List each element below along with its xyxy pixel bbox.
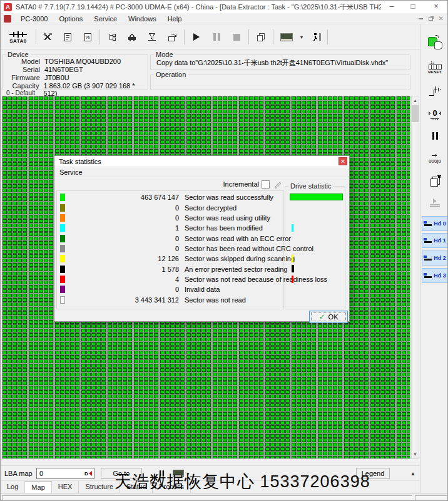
main-toolbar: SATA0 % (1, 24, 420, 49)
sata-port-label: SATA0 (9, 38, 27, 44)
ok-button[interactable]: ✓ OK (309, 311, 348, 323)
stat-label: Sector was read using utility (185, 214, 270, 222)
edit-button[interactable] (272, 179, 283, 189)
mdi-close-icon[interactable]: ✕ (439, 16, 444, 22)
zero-counter-icon: 0 (427, 106, 443, 121)
start-button[interactable] (187, 28, 206, 46)
menu-help[interactable]: Help (162, 13, 188, 24)
collapse-button[interactable]: ▲ (407, 468, 419, 479)
right-sidebar: 1↓ RESET 0 000|0 Hd 0 Hd 1 (420, 24, 448, 493)
device-field-label: Firmware (3, 74, 40, 81)
dialog-close-icon[interactable]: ✕ (339, 157, 347, 165)
stat-row: 0Sector was read using utility (57, 213, 283, 223)
incremental-checkbox[interactable] (262, 180, 270, 189)
device-tree-button[interactable] (103, 28, 121, 46)
head-1-button[interactable]: Hd 1 (422, 233, 448, 248)
head-0-button[interactable]: Hd 0 (422, 216, 448, 231)
clear-map-button[interactable] (420, 172, 448, 191)
power-button[interactable] (420, 82, 448, 100)
power-circuit-icon (428, 84, 442, 98)
menu-pc3000[interactable]: PC-3000 (15, 13, 53, 24)
tab-map[interactable]: Map (25, 481, 51, 493)
stop-icon (233, 34, 240, 41)
lba-input[interactable]: 0 D (36, 468, 94, 479)
scroll-up-icon[interactable]: ▲ (412, 96, 419, 105)
copy-data-button[interactable] (420, 33, 448, 52)
head-2-button[interactable]: Hd 2 (422, 250, 448, 266)
pause-task-button[interactable] (420, 128, 448, 143)
sata-port-button[interactable]: SATA0 (4, 28, 33, 46)
save-task-button[interactable] (163, 28, 181, 46)
minimize-button[interactable]: – (381, 1, 402, 13)
tab-log[interactable]: Log (1, 481, 25, 493)
zero-position-button[interactable]: 0 (420, 105, 448, 123)
device-panel: Device Model TOSHIBA MQ04UBD200 Serial 4… (2, 54, 148, 90)
stat-row: 0Sector has been read without CRC contro… (57, 244, 283, 254)
menu-service[interactable]: Service (88, 13, 123, 24)
stat-label: Sector was read with an ECC error (185, 235, 291, 242)
stat-row: 3 443 341 312Sector was not read (57, 294, 283, 304)
device-field-value: JT0B0U (44, 74, 69, 81)
drive-passport-button[interactable] (58, 28, 77, 46)
mdi-minimize-icon[interactable] (419, 18, 423, 19)
task-statistics-button[interactable]: % (78, 28, 97, 46)
pause-button[interactable] (207, 28, 226, 46)
mdi-restore-icon[interactable] (429, 17, 433, 21)
copy-icon (256, 32, 266, 42)
menu-windows[interactable]: Windows (123, 13, 162, 24)
stat-value: 0 (65, 286, 179, 293)
stat-row: 4Sector was not read because of readines… (57, 274, 283, 284)
reset-label: RESET (428, 70, 442, 74)
pause-icon (432, 132, 438, 140)
stat-color-swatch (60, 204, 65, 212)
stat-color-swatch (60, 235, 65, 242)
head-3-button[interactable]: Hd 3 (422, 268, 448, 283)
stat-row: 1Sector has been modified (57, 223, 283, 233)
stat-color-swatch (60, 245, 65, 252)
operation-group-label: Operation (154, 71, 188, 78)
stat-value: 1 (65, 224, 179, 232)
drive-bar (292, 265, 294, 272)
stat-label: An error prevented sector reading (185, 266, 287, 273)
stat-label: Sector has been modified (185, 224, 263, 232)
stat-color-swatch (60, 296, 65, 304)
map-scrollbar[interactable]: ▲ ▼ (411, 96, 419, 459)
watermark-text: 天浩数据恢复中心 15337206398 (115, 470, 370, 493)
stat-color-swatch (60, 266, 65, 273)
scroll-thumb[interactable] (412, 105, 419, 122)
close-button[interactable]: × (424, 1, 448, 13)
tab-hex[interactable]: HEX (52, 481, 79, 493)
menu-options[interactable]: Options (53, 13, 88, 24)
stat-row: 463 674 147Sector was read successfully (57, 192, 283, 202)
lba-format-toggle[interactable]: D (83, 469, 93, 478)
menu-bar: PC-3000 Options Service Windows Help ✕ (1, 13, 448, 24)
stat-label: Invalid data (185, 286, 220, 293)
build-map-button[interactable] (143, 28, 161, 46)
copy-results-button[interactable] (252, 28, 270, 46)
drive-bar (292, 255, 293, 262)
reset-button[interactable]: 1↓ RESET (420, 57, 448, 77)
script-info-icon (63, 32, 73, 42)
binoculars-icon (127, 32, 137, 42)
scroll-down-icon[interactable]: ▼ (412, 450, 419, 458)
stat-list: 463 674 147Sector was read successfully0… (57, 192, 283, 305)
clear-copies-icon (427, 174, 442, 189)
search-button[interactable] (123, 28, 141, 46)
utility-settings-button[interactable] (38, 28, 57, 46)
stop-button[interactable] (227, 28, 246, 46)
maximize-button[interactable]: □ (402, 1, 424, 13)
resume-button[interactable] (420, 195, 448, 211)
stat-row: 1 578An error prevented sector reading (57, 264, 283, 274)
exit-task-button[interactable] (307, 28, 326, 46)
map-view-button[interactable] (276, 28, 297, 46)
pause-icon (213, 33, 220, 41)
dialog-title-bar[interactable]: Task statistics ✕ (54, 156, 349, 167)
mode-panel: Mode Copy data to"G:\2025\10.31-千米usb th… (150, 54, 410, 70)
status-bar (1, 493, 448, 501)
tools-icon (43, 32, 53, 42)
skip-sector-button[interactable]: 000|0 (420, 150, 448, 168)
status-field (415, 495, 447, 501)
map-view-dropdown[interactable]: ▼ (297, 28, 306, 46)
dialog-service-menu[interactable]: Service (54, 167, 349, 177)
lba-value: 0 (37, 470, 83, 477)
